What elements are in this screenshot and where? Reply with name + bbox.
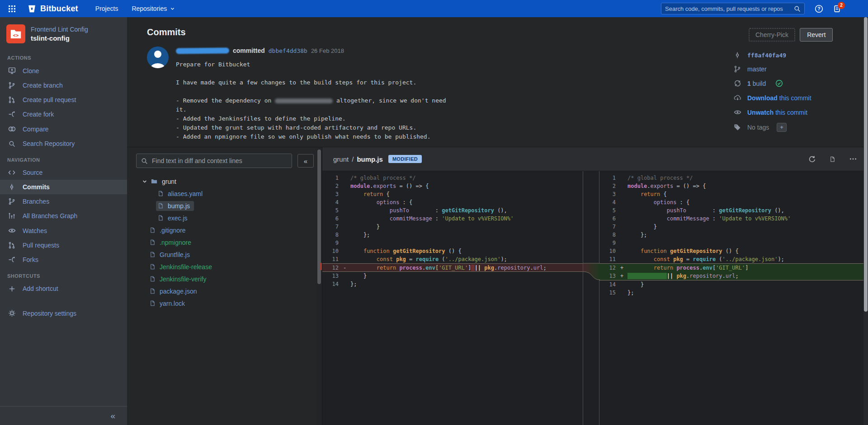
code-content: return { bbox=[627, 190, 868, 198]
clone-icon bbox=[7, 67, 16, 75]
diff-search[interactable] bbox=[136, 154, 292, 168]
tree-chevron-icon[interactable] bbox=[141, 179, 149, 184]
sidebar-item-branches[interactable]: Branches bbox=[0, 194, 127, 209]
committed-label: committed bbox=[233, 47, 265, 54]
cherry-pick-button[interactable]: Cherry-Pick bbox=[749, 28, 795, 42]
sidebar: <> Frontend Lint Config tslint-config AC… bbox=[0, 17, 127, 425]
sidebar-item-label: Watches bbox=[23, 227, 47, 234]
tree-item-box: yarn.lock bbox=[148, 299, 189, 308]
sidebar-item-add-shortcut[interactable]: Add shortcut bbox=[0, 281, 127, 296]
bitbucket-logo[interactable]: Bitbucket bbox=[28, 4, 78, 14]
global-search-input[interactable] bbox=[665, 5, 790, 12]
tree-item-jenkinsfile-verify[interactable]: Jenkinsfile-verify bbox=[136, 273, 314, 285]
tree-item-aliases-yaml[interactable]: aliases.yaml bbox=[136, 187, 314, 200]
line-number: 10 bbox=[599, 247, 620, 255]
sidebar-item-commits[interactable]: Commits bbox=[0, 180, 127, 194]
nav-repositories[interactable]: Repositories bbox=[132, 5, 175, 12]
file-icon bbox=[158, 190, 164, 197]
watch-icon bbox=[733, 108, 741, 116]
commit-meta-link[interactable]: ff8af40fa49 bbox=[747, 52, 786, 59]
tree-item-package-json[interactable]: package.json bbox=[136, 285, 314, 297]
change-marker bbox=[620, 174, 627, 182]
tree-item-npmignore[interactable]: .npmignore bbox=[136, 236, 314, 248]
change-marker bbox=[620, 190, 627, 198]
change-marker bbox=[343, 223, 350, 231]
sidebar-item-repository-settings[interactable]: Repository settings bbox=[0, 306, 127, 321]
diff-line-new-8: 8 }; bbox=[599, 231, 868, 239]
redacted-author-name bbox=[176, 47, 229, 54]
sidebar-section-label: SHORTCUTS bbox=[0, 267, 127, 281]
revert-button[interactable]: Revert bbox=[800, 28, 833, 42]
diff-search-input[interactable] bbox=[152, 157, 287, 164]
repo-header: <> Frontend Lint Config tslint-config bbox=[0, 23, 127, 49]
code-content: function getGitRepository () { bbox=[627, 247, 868, 255]
global-search[interactable] bbox=[661, 3, 805, 14]
code-content: function getGitRepository () { bbox=[350, 247, 583, 255]
code-content: pushTo : getGitRepository (), bbox=[350, 206, 583, 215]
code-content: module.exports = () => { bbox=[350, 182, 583, 190]
code-content: const pkg = require ('../package.json'); bbox=[627, 255, 868, 263]
sidebar-item-pull-requests[interactable]: Pull requests bbox=[0, 238, 127, 252]
diff-line-new-11: 11 const pkg = require ('../package.json… bbox=[599, 255, 868, 263]
commit-icon bbox=[733, 51, 741, 59]
tree-collapse-button[interactable]: « bbox=[297, 154, 314, 168]
commit-meta-link[interactable]: master bbox=[747, 65, 767, 73]
commit-hash-link[interactable]: dbbef4dd38b bbox=[269, 47, 307, 54]
project-link[interactable]: Frontend Lint Config bbox=[31, 26, 88, 33]
commit-meta-link[interactable]: No tags bbox=[747, 124, 769, 131]
tree-item-grunt[interactable]: grunt bbox=[136, 175, 314, 187]
sidebar-item-clone[interactable]: Clone bbox=[0, 63, 127, 78]
sidebar-item-create-branch[interactable]: Create branch bbox=[0, 78, 127, 93]
change-marker bbox=[343, 272, 350, 280]
change-marker bbox=[343, 255, 350, 263]
fork-icon bbox=[7, 111, 16, 118]
sidebar-item-label: Create fork bbox=[23, 111, 54, 118]
code-content: return { bbox=[350, 190, 583, 198]
change-marker bbox=[343, 239, 350, 247]
file-icon bbox=[158, 215, 164, 221]
help-icon[interactable]: ? bbox=[815, 5, 823, 13]
view-file-icon[interactable] bbox=[830, 156, 835, 163]
file-icon bbox=[150, 276, 156, 282]
more-options-icon[interactable] bbox=[849, 155, 857, 163]
nav-projects[interactable]: Projects bbox=[95, 5, 118, 12]
tree-item-bump-js[interactable]: bump.js bbox=[136, 200, 314, 212]
page-scrollbar-thumb[interactable] bbox=[864, 17, 868, 312]
refresh-icon[interactable] bbox=[808, 155, 816, 163]
commit-message-line: - Removed the dependency on altogether, … bbox=[176, 96, 446, 105]
sidebar-item-forks[interactable]: Forks bbox=[0, 252, 127, 267]
sidebar-item-create-fork[interactable]: Create fork bbox=[0, 107, 127, 121]
tree-item-exec-js[interactable]: exec.js bbox=[136, 212, 314, 224]
sidebar-collapse-button[interactable]: « bbox=[110, 411, 115, 421]
tasks-icon[interactable]: 2 bbox=[833, 5, 841, 13]
tree-item-gruntfile-js[interactable]: Gruntfile.js bbox=[136, 248, 314, 261]
sidebar-item-create-pull-request[interactable]: Create pull request bbox=[0, 93, 127, 107]
tree-item-label: Gruntfile.js bbox=[160, 251, 190, 258]
code-content: return process.env['GIT_URL'] || pkg.rep… bbox=[350, 264, 583, 271]
modified-badge: MODIFIED bbox=[388, 155, 422, 163]
commit-meta-link[interactable]: Unwatch this commit bbox=[747, 109, 807, 116]
app-switcher-icon[interactable] bbox=[6, 3, 18, 14]
sidebar-item-compare[interactable]: Compare bbox=[0, 121, 127, 136]
tree-item-label: Jenkinsfile-verify bbox=[160, 276, 206, 283]
sidebar-item-watches[interactable]: Watches bbox=[0, 223, 127, 238]
commit-meta-link[interactable]: Download this commit bbox=[747, 94, 811, 102]
commit-meta-master: master bbox=[733, 65, 856, 73]
breadcrumb-dir[interactable]: grunt bbox=[333, 155, 349, 163]
fork-icon bbox=[7, 256, 16, 263]
sidebar-item-source[interactable]: Source bbox=[0, 165, 127, 180]
tree-item-gitignore[interactable]: .gitignore bbox=[136, 224, 314, 236]
tree-item-yarn-lock[interactable]: yarn.lock bbox=[136, 297, 314, 309]
line-number: 8 bbox=[599, 231, 620, 239]
commit-side-panel: Cherry-Pick Revert ff8af40fa49master1 bu… bbox=[733, 24, 856, 147]
sidebar-item-search-repository[interactable]: Search Repository bbox=[0, 136, 127, 151]
tree-item-jenkinsfile-release[interactable]: Jenkinsfile-release bbox=[136, 261, 314, 273]
commit-meta-link[interactable]: 1 build bbox=[747, 80, 766, 87]
sidebar-item-all-branches-graph[interactable]: All Branches Graph bbox=[0, 209, 127, 223]
repo-avatar[interactable]: <> bbox=[6, 24, 25, 43]
code-content: } bbox=[350, 272, 583, 280]
add-tag-button[interactable]: + bbox=[777, 123, 787, 132]
tree-item-label: yarn.lock bbox=[160, 300, 185, 307]
line-number: 14 bbox=[599, 280, 620, 289]
diff-line-new-12: 12+ return process.env['GIT_URL'] bbox=[599, 263, 868, 272]
